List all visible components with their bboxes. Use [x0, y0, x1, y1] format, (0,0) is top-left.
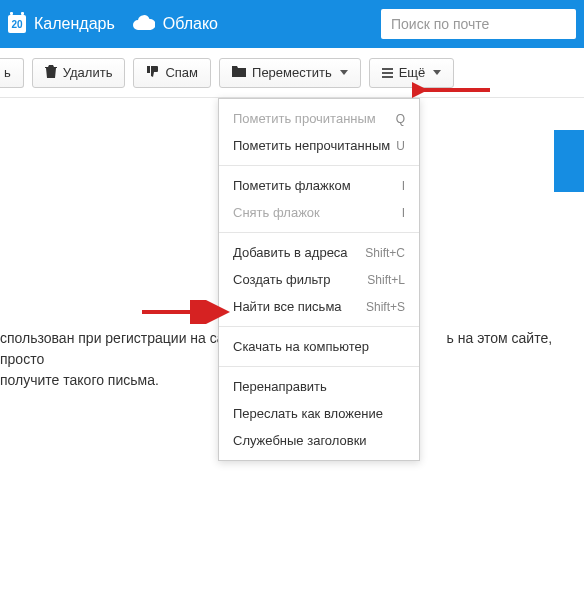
menu-label: Добавить в адреса: [233, 245, 348, 260]
menu-label: Пометить флажком: [233, 178, 351, 193]
spam-button[interactable]: Спам: [133, 58, 211, 88]
delete-label: Удалить: [63, 65, 113, 80]
chevron-down-icon: [433, 70, 441, 75]
trash-icon: [45, 65, 57, 81]
shortcut: Q: [396, 112, 405, 126]
delete-button[interactable]: Удалить: [32, 58, 126, 88]
body-fragment-left: спользован при регистрации на сайт: [0, 330, 239, 346]
calendar-link[interactable]: 20 Календарь: [8, 15, 115, 33]
shortcut: Shift+L: [367, 273, 405, 287]
calendar-icon: 20: [8, 15, 26, 33]
toolbar: ь Удалить Спам Переместить Ещё: [0, 48, 584, 98]
menu-unflag: Снять флажок I: [219, 199, 419, 226]
menu-forward-attachment[interactable]: Переслать как вложение: [219, 400, 419, 427]
folder-icon: [232, 65, 246, 80]
separator: [219, 366, 419, 367]
more-dropdown: Пометить прочитанным Q Пометить непрочит…: [218, 98, 420, 461]
menu-add-address[interactable]: Добавить в адреса Shift+C: [219, 239, 419, 266]
menu-redirect[interactable]: Перенаправить: [219, 373, 419, 400]
more-button[interactable]: Ещё: [369, 58, 455, 88]
cloud-link[interactable]: Облако: [133, 14, 218, 34]
menu-find-all[interactable]: Найти все письма Shift+S: [219, 293, 419, 320]
menu-label: Снять флажок: [233, 205, 320, 220]
move-button[interactable]: Переместить: [219, 58, 361, 88]
menu-label: Пометить непрочитанным: [233, 138, 390, 153]
spam-label: Спам: [165, 65, 198, 80]
menu-label: Скачать на компьютер: [233, 339, 369, 354]
menu-download[interactable]: Скачать на компьютер: [219, 333, 419, 360]
shortcut: Shift+C: [365, 246, 405, 260]
shortcut: U: [396, 139, 405, 153]
separator: [219, 326, 419, 327]
cloud-icon: [133, 14, 155, 34]
menu-label: Найти все письма: [233, 299, 342, 314]
chevron-down-icon: [340, 70, 348, 75]
body-line2: получите такого письма.: [0, 372, 159, 388]
more-label: Ещё: [399, 65, 426, 80]
search-input[interactable]: [391, 16, 566, 32]
thumbs-down-icon: [146, 65, 159, 81]
separator: [219, 165, 419, 166]
shortcut: I: [402, 179, 405, 193]
shortcut: Shift+S: [366, 300, 405, 314]
menu-label: Переслать как вложение: [233, 406, 383, 421]
menu-mark-unread[interactable]: Пометить непрочитанным U: [219, 132, 419, 159]
annotation-arrow-download: [140, 300, 230, 324]
menu-flag[interactable]: Пометить флажком I: [219, 172, 419, 199]
menu-headers[interactable]: Служебные заголовки: [219, 427, 419, 454]
move-label: Переместить: [252, 65, 332, 80]
menu-mark-read: Пометить прочитанным Q: [219, 105, 419, 132]
separator: [219, 232, 419, 233]
menu-label: Создать фильтр: [233, 272, 331, 287]
menu-create-filter[interactable]: Создать фильтр Shift+L: [219, 266, 419, 293]
reply-button-partial[interactable]: ь: [0, 58, 24, 88]
menu-label: Служебные заголовки: [233, 433, 367, 448]
menu-label: Пометить прочитанным: [233, 111, 376, 126]
shortcut: I: [402, 206, 405, 220]
calendar-label: Календарь: [34, 15, 115, 33]
reply-label: ь: [4, 65, 11, 80]
side-panel-fragment: [554, 130, 584, 192]
cloud-label: Облако: [163, 15, 218, 33]
search-box[interactable]: [381, 9, 576, 39]
menu-label: Перенаправить: [233, 379, 327, 394]
menu-icon: [382, 68, 393, 78]
topbar: 20 Календарь Облако: [0, 0, 584, 48]
